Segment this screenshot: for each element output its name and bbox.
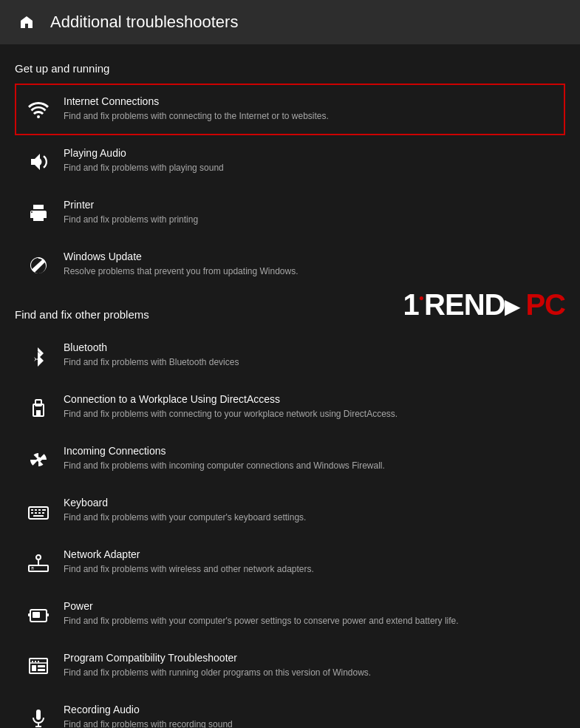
svg-rect-21 (33, 612, 40, 618)
keyboard-desc: Find and fix problems with your computer… (64, 511, 306, 524)
troubleshooter-recording-audio[interactable]: Recording Audio Find and fix problems wi… (15, 692, 565, 728)
bluetooth-desc: Find and fix problems with Bluetooth dev… (64, 356, 239, 369)
incoming-connections-title: Incoming Connections (64, 445, 385, 457)
recording-audio-desc: Find and fix problems with recording sou… (64, 718, 233, 728)
troubleshooter-keyboard[interactable]: Keyboard Find and fix problems with your… (15, 485, 565, 537)
svg-rect-10 (38, 512, 41, 514)
svg-rect-30 (36, 710, 41, 720)
section-find-fix-other: Find and fix other problems Bluetooth Fi… (15, 308, 565, 728)
internet-connections-desc: Find and fix problems with connecting to… (64, 110, 329, 123)
svg-rect-2 (36, 410, 41, 416)
troubleshooter-incoming-connections[interactable]: Incoming Connections Find and fix proble… (15, 433, 565, 485)
home-icon[interactable] (15, 10, 38, 34)
svg-point-15 (36, 555, 41, 559)
svg-rect-27 (32, 665, 36, 671)
troubleshooter-printer[interactable]: Printer Find and fix problems with print… (15, 187, 565, 239)
printer-title: Printer (64, 199, 198, 211)
network-adapter-title: Network Adapter (64, 548, 314, 560)
power-desc: Find and fix problems with your computer… (64, 615, 459, 627)
troubleshooter-windows-update[interactable]: Windows Update Resolve problems that pre… (15, 239, 565, 290)
recording-icon (25, 705, 52, 728)
windows-update-desc: Resolve problems that prevent you from u… (64, 265, 298, 278)
troubleshooter-directaccess[interactable]: Connection to a Workplace Using DirectAc… (15, 381, 565, 433)
power-title: Power (64, 600, 459, 612)
svg-rect-11 (42, 512, 44, 514)
section-title-1: Get up and running (15, 62, 565, 75)
svg-rect-19 (28, 613, 30, 616)
update-icon (25, 252, 52, 279)
keyboard-icon (25, 498, 52, 525)
section-get-up-running: Get up and running Internet Connections … (15, 62, 565, 290)
printer-icon (25, 200, 52, 227)
svg-rect-5 (35, 509, 37, 511)
svg-rect-25 (35, 661, 36, 662)
program-icon (25, 653, 52, 680)
playing-audio-desc: Find and fix problems with playing sound (64, 162, 224, 174)
svg-rect-26 (38, 661, 39, 662)
bluetooth-icon (25, 343, 52, 370)
program-compatibility-desc: Find and fix problems with running older… (64, 667, 371, 679)
keyboard-title: Keyboard (64, 497, 306, 508)
troubleshooter-program-compatibility[interactable]: Program Compatibility Troubleshooter Fin… (15, 640, 565, 692)
directaccess-desc: Find and fix problems with connecting to… (64, 408, 398, 421)
svg-rect-8 (31, 512, 33, 514)
power-icon (25, 602, 52, 628)
recording-audio-title: Recording Audio (64, 704, 233, 715)
section-title-2: Find and fix other problems (15, 308, 565, 321)
svg-rect-4 (31, 509, 33, 511)
workplace-icon (25, 395, 52, 421)
audio-icon (25, 149, 52, 175)
svg-rect-6 (38, 509, 41, 511)
page-title: Additional troubleshooters (50, 13, 238, 32)
header: Additional troubleshooters (0, 0, 580, 44)
svg-rect-9 (35, 512, 37, 514)
svg-rect-24 (32, 661, 33, 662)
troubleshooter-internet-connections[interactable]: Internet Connections Find and fix proble… (15, 84, 565, 135)
wifi-icon (25, 97, 52, 123)
bluetooth-title: Bluetooth (64, 341, 239, 353)
incoming-icon (25, 446, 52, 473)
program-compatibility-title: Program Compatibility Troubleshooter (64, 652, 371, 664)
playing-audio-title: Playing Audio (64, 147, 224, 159)
directaccess-title: Connection to a Workplace Using DirectAc… (64, 393, 398, 405)
svg-rect-12 (33, 515, 44, 517)
windows-update-title: Windows Update (64, 251, 298, 262)
troubleshooter-playing-audio[interactable]: Playing Audio Find and fix problems with… (15, 135, 565, 187)
svg-rect-28 (38, 665, 45, 667)
incoming-connections-desc: Find and fix problems with incoming comp… (64, 460, 385, 472)
troubleshooter-bluetooth[interactable]: Bluetooth Find and fix problems with Blu… (15, 330, 565, 381)
svg-rect-29 (38, 669, 45, 671)
internet-connections-title: Internet Connections (64, 95, 329, 107)
svg-rect-17 (31, 567, 34, 570)
troubleshooter-network-adapter[interactable]: Network Adapter Find and fix problems wi… (15, 537, 565, 588)
printer-desc: Find and fix problems with printing (64, 214, 198, 226)
svg-rect-20 (47, 613, 49, 616)
network-icon (25, 550, 52, 576)
troubleshooter-power[interactable]: Power Find and fix problems with your co… (15, 588, 565, 640)
svg-rect-7 (42, 509, 46, 511)
network-adapter-desc: Find and fix problems with wireless and … (64, 563, 314, 576)
